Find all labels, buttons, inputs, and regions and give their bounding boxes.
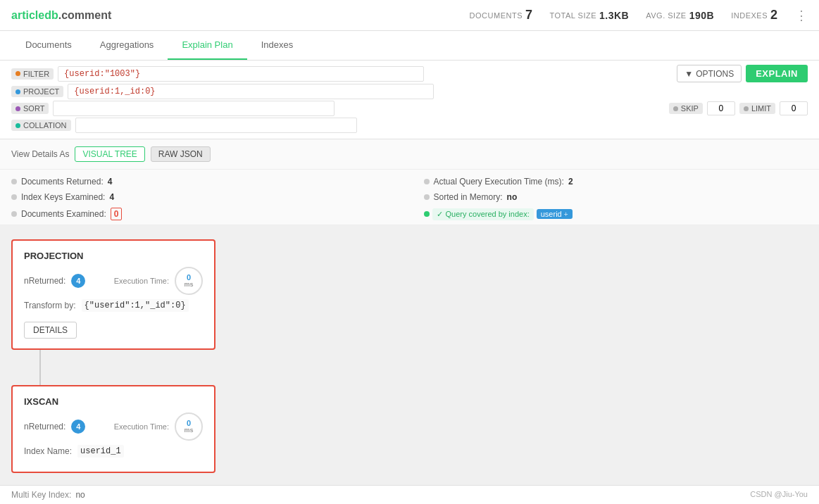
watermark: CSDN @Jiu-You (750, 490, 808, 498)
sorted-memory-label: Sorted in Memory: (434, 192, 503, 202)
stat-documents-label: DOCUMENTS (470, 11, 523, 20)
exec-time-label: Actual Query Execution Time (ms): (434, 177, 564, 187)
ixscan-nreturned-row: nReturned: 4 Execution Time: 0 ms (24, 412, 203, 441)
sort-input[interactable] (53, 101, 335, 116)
index-keys-dot (11, 194, 17, 200)
results-grid: Documents Returned: 4 Actual Query Execu… (11, 175, 808, 222)
stat-avg-size-label: AVG. SIZE (646, 11, 686, 20)
skip-limit-controls: SKIP LIMIT (669, 101, 808, 115)
explain-button[interactable]: EXPLAIN (746, 65, 808, 82)
tab-documents[interactable]: Documents (11, 31, 86, 60)
multi-key-value: no (75, 490, 85, 500)
stat-avg-size-value: 190B (689, 10, 714, 21)
app-logo: articledb.comment (11, 9, 111, 22)
filter-tag[interactable]: FILTER (11, 68, 54, 80)
index-keys-row: Index Keys Examined: 4 (11, 191, 396, 203)
stat-indexes-value: 2 (770, 8, 778, 23)
projection-details-button[interactable]: DETAILS (24, 322, 77, 339)
view-details-bar: View Details As VISUAL TREE RAW JSON (0, 139, 819, 170)
projection-nreturned-value: 4 (71, 274, 85, 288)
tab-indexes[interactable]: Indexes (247, 31, 308, 60)
project-tag[interactable]: PROJECT (11, 86, 63, 97)
skip-input[interactable] (707, 101, 735, 115)
projection-stage: PROJECTION nReturned: 4 Execution Time: … (11, 239, 215, 350)
results-section: Documents Returned: 4 Actual Query Execu… (0, 170, 819, 225)
ixscan-exec-label: Execution Time: (114, 422, 169, 431)
sort-dot (15, 106, 20, 111)
sorted-memory-dot (424, 194, 430, 200)
filter-input[interactable] (58, 66, 424, 82)
projection-exec-label: Execution Time: (114, 277, 169, 285)
filter-label: FILTER (23, 70, 49, 78)
remove-tag-icon[interactable]: + (564, 210, 568, 218)
skip-label: SKIP (681, 104, 699, 113)
covered-badge: ✓ Query covered by index: (432, 208, 534, 220)
query-collation-row: COLLATION (11, 118, 808, 133)
options-label: OPTIONS (696, 69, 734, 79)
stat-documents-value: 7 (525, 8, 533, 23)
project-input[interactable] (68, 84, 434, 99)
projection-transform-row: Transform by: {"userid":1,"_id":0} (24, 299, 203, 312)
tab-explain-plan[interactable]: Explain Plan (168, 31, 246, 60)
ixscan-index-name-value: userid_1 (77, 445, 124, 458)
query-project-row: PROJECT (11, 84, 808, 99)
visual-tree-button[interactable]: VISUAL TREE (75, 146, 144, 162)
ixscan-nreturned-label: nReturned: (24, 422, 65, 431)
covered-label: Query covered by index: (446, 210, 530, 218)
projection-transform-label: Transform by: (24, 301, 76, 310)
main-content: PROJECTION nReturned: 4 Execution Time: … (0, 225, 819, 504)
docs-returned-label: Documents Returned: (21, 177, 104, 187)
projection-nreturned-label: nReturned: (24, 276, 65, 286)
header: articledb.comment DOCUMENTS 7 TOTAL SIZE… (0, 0, 819, 31)
chevron-down-icon: ▼ (684, 69, 693, 79)
collation-input[interactable] (75, 118, 357, 133)
index-keys-value: 4 (109, 192, 114, 202)
ixscan-index-name-label: Index Name: (24, 446, 72, 456)
limit-tag[interactable]: LIMIT (739, 103, 775, 114)
projection-title: PROJECTION (24, 251, 203, 261)
docs-examined-value: 0 (111, 208, 123, 220)
limit-input[interactable] (780, 101, 808, 115)
stat-more[interactable]: ⋮ (795, 8, 808, 23)
exec-time-dot (424, 179, 430, 184)
covered-tag-pill[interactable]: userid + (537, 209, 573, 219)
stat-indexes: INDEXES 2 (731, 8, 777, 23)
raw-json-button[interactable]: RAW JSON (151, 146, 211, 162)
stage-connector (39, 350, 41, 385)
docs-examined-dot (11, 211, 17, 217)
projection-nreturned-row: nReturned: 4 Execution Time: 0 ms (24, 267, 203, 295)
stat-total-size-label: TOTAL SIZE (550, 11, 597, 20)
skip-dot (673, 106, 678, 111)
check-icon: ✓ (437, 210, 443, 219)
header-stats: DOCUMENTS 7 TOTAL SIZE 1.3KB AVG. SIZE 1… (470, 8, 808, 23)
footer-bar: Multi Key Index: no (0, 485, 819, 504)
projection-transform-value: {"userid":1,"_id":0} (82, 299, 189, 312)
limit-dot (744, 106, 749, 111)
covered-index-row: ✓ Query covered by index: userid + (424, 206, 808, 222)
docs-examined-row: Documents Examined: 0 (11, 206, 396, 222)
logo-db: articledb (11, 9, 58, 21)
collation-label: COLLATION (23, 121, 67, 130)
ixscan-stage: IXSCAN nReturned: 4 Execution Time: 0 ms… (11, 385, 215, 473)
covered-dot (424, 211, 430, 217)
ixscan-title: IXSCAN (24, 396, 203, 407)
collation-dot (15, 123, 20, 128)
tab-aggregations[interactable]: Aggregations (86, 31, 168, 60)
sort-tag[interactable]: SORT (11, 103, 49, 114)
docs-returned-row: Documents Returned: 4 (11, 175, 396, 188)
projection-exec-unit: ms (184, 282, 193, 289)
project-dot (15, 89, 20, 94)
ixscan-exec-unit: ms (184, 427, 193, 434)
skip-tag[interactable]: SKIP (669, 103, 703, 114)
sort-label: SORT (23, 104, 44, 113)
index-keys-label: Index Keys Examined: (21, 192, 105, 202)
query-sort-row: SORT SKIP LIMIT (11, 101, 808, 116)
stat-avg-size: AVG. SIZE 190B (646, 8, 714, 23)
collation-tag[interactable]: COLLATION (11, 120, 71, 131)
sorted-memory-row: Sorted in Memory: no (424, 191, 808, 203)
sorted-memory-value: no (507, 192, 518, 202)
multi-key-label: Multi Key Index: (11, 490, 71, 500)
docs-examined-label: Documents Examined: (21, 209, 106, 219)
projection-exec-circle: 0 ms (175, 267, 203, 295)
options-button[interactable]: ▼ OPTIONS (677, 65, 742, 82)
